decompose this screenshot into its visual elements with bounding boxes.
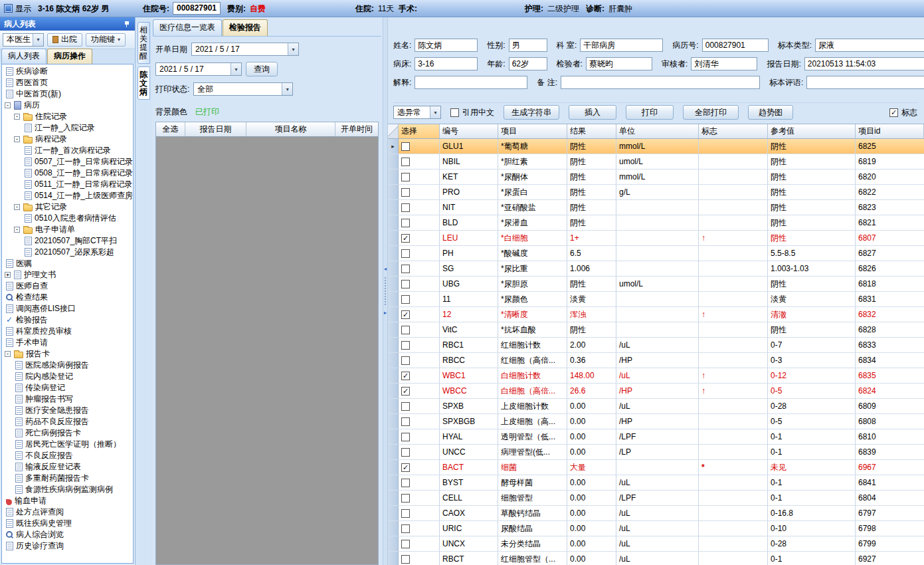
tree-item[interactable]: 医嘱 xyxy=(2,258,133,269)
lab-row[interactable]: ✓BACT细菌大量*未见6967 xyxy=(388,460,924,475)
tree-item[interactable]: 死亡病例报告卡 xyxy=(2,427,133,439)
lab-row[interactable]: ▸GLU1*葡萄糖阴性mmol/L阴性6825 xyxy=(388,139,924,154)
collapse-left-icon[interactable]: ◂ xyxy=(384,267,387,272)
tree-item[interactable]: 医疗安全隐患报告 xyxy=(2,405,133,416)
tree-item[interactable]: 检查结果 xyxy=(2,292,133,303)
checkbox-icon[interactable] xyxy=(401,509,410,518)
tree-item[interactable]: 医师自查 xyxy=(2,281,133,292)
chevron-down-icon[interactable]: ▾ xyxy=(231,63,241,75)
col-select-all[interactable]: 全选 xyxy=(156,122,185,136)
date-to-picker[interactable]: 2021 / 5 / 17▾ xyxy=(155,62,242,76)
lab-row[interactable]: RBC1红细胞计数2.00/uL0-76833 xyxy=(388,338,924,353)
collapse-icon[interactable]: - xyxy=(5,102,11,108)
checkbox-icon[interactable] xyxy=(401,173,410,181)
tree-item[interactable]: 病人综合浏览 xyxy=(2,529,133,540)
lab-row[interactable]: SG*尿比重1.0061.003-1.036826 xyxy=(388,261,924,277)
col-item[interactable]: 项目 xyxy=(498,124,567,138)
admission-no-field[interactable]: 000827901 xyxy=(173,2,221,15)
dept-field[interactable] xyxy=(580,39,663,52)
collapse-icon[interactable]: - xyxy=(14,114,20,120)
tab-related-reminders[interactable]: 相关提醒 xyxy=(138,22,150,64)
tab-medical-info-overview[interactable]: 医疗信息一览表 xyxy=(153,19,222,36)
col-report-date[interactable]: 报告日期 xyxy=(185,122,246,136)
checkbox-icon[interactable] xyxy=(401,265,410,273)
lab-row[interactable]: NIT*亚硝酸盐阴性阴性6823 xyxy=(388,200,924,215)
tree-item[interactable]: 江一静_入院记录 xyxy=(2,122,133,134)
tree-item[interactable]: 食源性疾病病例监测病例 xyxy=(2,484,133,495)
checkbox-icon[interactable] xyxy=(401,219,410,227)
checkbox-icon[interactable] xyxy=(401,402,410,411)
collapse-icon[interactable]: - xyxy=(14,136,20,142)
tree-item[interactable]: 0510入院患者病情评估 xyxy=(2,213,133,224)
lab-row[interactable]: ✓WBCC白细胞（高倍...26.6/HP↑0-56824 xyxy=(388,384,924,399)
checkbox-checked-icon[interactable]: ✓ xyxy=(401,463,410,472)
chart-no-field[interactable] xyxy=(702,39,769,52)
function-keys-button[interactable]: 功能键▾ xyxy=(86,33,126,47)
tree-item[interactable]: -电子申请单 xyxy=(2,224,133,235)
lab-row[interactable]: SPXBGB上皮细胞（高...0.00/HP0-56808 xyxy=(388,414,924,429)
tree-item[interactable]: 0507_江一静_日常病程记录 xyxy=(2,156,133,168)
tree-item[interactable]: -其它记录 xyxy=(2,201,133,213)
tree-item[interactable]: 处方点评查阅 xyxy=(2,507,133,518)
checkbox-checked-icon[interactable]: ✓ xyxy=(401,387,410,396)
tree-item[interactable]: 肿瘤报告书写 xyxy=(2,394,133,405)
checkbox-icon[interactable] xyxy=(401,494,410,503)
checkbox-icon[interactable] xyxy=(401,356,410,365)
tree-item[interactable]: 0508_江一静_日常病程记录 xyxy=(2,168,133,179)
bed-field[interactable] xyxy=(415,57,478,70)
print-status-select[interactable]: 全部▾ xyxy=(193,82,293,96)
checkbox-icon[interactable] xyxy=(401,417,410,426)
collapse-icon[interactable]: - xyxy=(5,351,11,357)
lab-row[interactable]: PRO*尿蛋白阴性g/L阴性6822 xyxy=(388,185,924,200)
col-unit[interactable]: 单位 xyxy=(616,124,699,138)
chevron-down-icon[interactable]: ▾ xyxy=(288,43,298,55)
col-select[interactable]: 选择 xyxy=(399,124,440,138)
checkbox-checked-icon[interactable]: ✓ xyxy=(401,310,410,319)
tree-item[interactable]: 科室质控员审核 xyxy=(2,326,133,337)
checkbox-icon[interactable] xyxy=(450,108,459,117)
checkbox-checked-icon[interactable]: ✓ xyxy=(889,108,898,117)
lab-row[interactable]: UBG*尿胆原阴性umol/L阴性6818 xyxy=(388,277,924,292)
insert-button[interactable]: 插入 xyxy=(569,105,616,120)
tab-patient-chenwenbing[interactable]: 陈文炳 xyxy=(138,66,150,100)
tree-item[interactable]: 中医首页(新) xyxy=(2,88,133,100)
tree-item[interactable]: 传染病登记 xyxy=(2,382,133,394)
lab-row[interactable]: KET*尿酮体阴性mmol/L阴性6820 xyxy=(388,170,924,185)
lab-row[interactable]: RBCC红细胞（高倍...0.36/HP0-36834 xyxy=(388,353,924,368)
chevron-down-icon[interactable]: ▾ xyxy=(282,83,292,95)
col-result[interactable]: 结果 xyxy=(567,124,616,138)
sex-field[interactable] xyxy=(509,39,547,52)
checkbox-icon[interactable] xyxy=(401,158,410,166)
checkbox-icon[interactable] xyxy=(401,142,410,151)
lab-row[interactable]: BLD*尿潜血阴性阴性6821 xyxy=(388,215,924,231)
checkbox-checked-icon[interactable]: ✓ xyxy=(401,372,410,380)
tree-item[interactable]: 0514_江一静_上级医师查房 xyxy=(2,190,133,201)
age-field[interactable] xyxy=(509,57,547,70)
expand-icon[interactable]: + xyxy=(5,272,11,278)
tree-item[interactable]: 输液反应登记表 xyxy=(2,461,133,473)
tree-item[interactable]: 输血申请 xyxy=(2,495,133,507)
date-from-picker[interactable]: 2021 / 5 / 17▾ xyxy=(191,43,299,56)
explain-field[interactable] xyxy=(415,76,527,89)
tree-item[interactable]: 药品不良反应报告 xyxy=(2,416,133,427)
checkbox-icon[interactable] xyxy=(401,555,410,564)
checkbox-icon[interactable] xyxy=(401,479,410,487)
chevron-down-icon[interactable]: ▾ xyxy=(33,34,43,46)
checkbox-icon[interactable] xyxy=(401,341,410,350)
tree-item[interactable]: 院内感染登记 xyxy=(2,371,133,382)
col-item-name[interactable]: 项目名称 xyxy=(246,122,335,136)
col-order-time[interactable]: 开单时间 xyxy=(335,122,378,136)
report-date-field[interactable] xyxy=(804,57,924,70)
lab-row[interactable]: UNCC病理管型(低...0.00/LP0-16839 xyxy=(388,445,924,460)
select-all-corner[interactable] xyxy=(388,124,399,138)
checkbox-icon[interactable] xyxy=(401,203,410,212)
tree-item[interactable]: -病历 xyxy=(2,100,133,111)
checkbox-icon[interactable] xyxy=(401,249,410,258)
collapse-icon[interactable]: - xyxy=(14,204,20,210)
tree-item[interactable]: -住院记录 xyxy=(2,111,133,122)
checkbox-icon[interactable] xyxy=(401,188,410,197)
col-reference[interactable]: 参考值 xyxy=(768,124,856,138)
lab-row[interactable]: BYST酵母样菌0.00/uL0-16841 xyxy=(388,475,924,491)
checkbox-icon[interactable] xyxy=(401,295,410,304)
lab-row[interactable]: SPXB上皮细胞计数0.00/uL0-286809 xyxy=(388,399,924,414)
